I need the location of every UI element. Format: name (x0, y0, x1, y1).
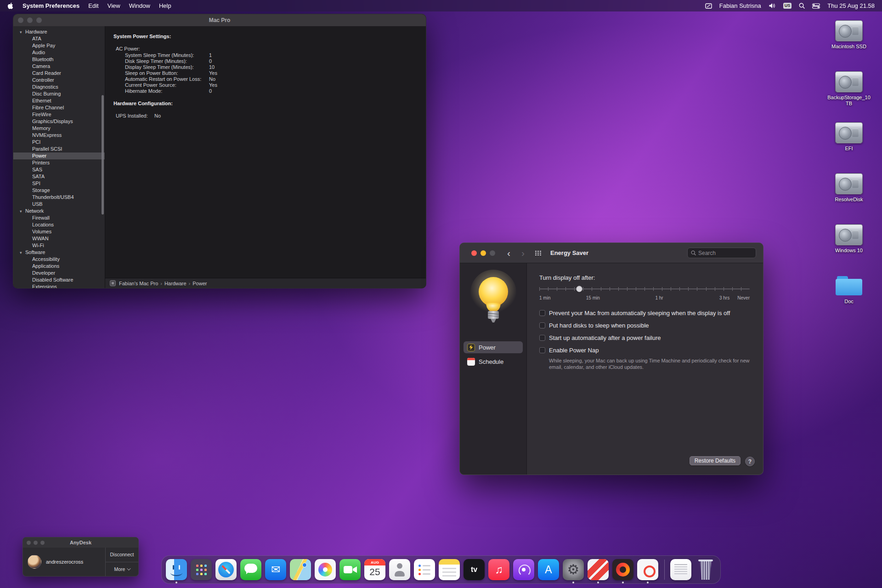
menu-item[interactable]: Window (129, 2, 150, 9)
dock-item-maps[interactable] (290, 559, 311, 580)
dock-item-trash[interactable] (695, 559, 716, 580)
desktop-icon-doc-folder[interactable]: Doc (821, 272, 876, 323)
desktop-icon-macintosh-ssd[interactable]: Macintosh SSD (821, 17, 876, 68)
anydesk-status-icon[interactable] (705, 3, 712, 9)
tree-item[interactable]: ▾Ethernet (13, 97, 105, 104)
tree-item[interactable]: ▾Power (13, 153, 105, 159)
tree-item[interactable]: ▾Volumes (13, 228, 105, 235)
forward-button[interactable]: › (521, 248, 525, 258)
anydesk-titlebar[interactable]: AnyDesk (23, 537, 138, 548)
tree-item[interactable]: ▾Printers (13, 159, 105, 166)
tree-item[interactable]: ▾USB (13, 201, 105, 208)
dock-item-system-preferences[interactable]: ⚙ (563, 559, 584, 580)
tree-item[interactable]: ▾Accessibility (13, 256, 105, 263)
apple-icon[interactable] (7, 2, 14, 10)
restore-defaults-button[interactable]: Restore Defaults (690, 456, 741, 465)
tree-item[interactable]: ▾Fibre Channel (13, 104, 105, 111)
dock-item-photos[interactable] (315, 559, 336, 580)
active-app-menu[interactable]: System Preferences (23, 2, 79, 9)
disconnect-button[interactable]: Disconnect (106, 548, 138, 562)
sidebar-item-schedule[interactable]: Schedule (464, 356, 523, 368)
dock-item-music[interactable]: ♫ (488, 559, 509, 580)
disclosure-triangle-icon[interactable]: ▾ (20, 208, 25, 215)
dock-item-red-app-1[interactable] (588, 559, 609, 580)
dock-item-reminders[interactable] (414, 559, 435, 580)
tree-item[interactable]: ▾FireWire (13, 111, 105, 118)
disclosure-triangle-icon[interactable]: ▾ (20, 29, 25, 36)
dock-item-textedit[interactable] (670, 559, 691, 580)
dock-item-finder[interactable] (166, 559, 187, 580)
dock-item-podcasts[interactable] (513, 559, 534, 580)
tree-item[interactable]: ▾Parallel SCSI (13, 146, 105, 153)
more-button[interactable]: More (106, 562, 138, 577)
slider-thumb[interactable] (576, 286, 582, 292)
tree-item[interactable]: ▾Software (13, 249, 105, 256)
tree-item[interactable]: ▾Storage (13, 187, 105, 194)
close-button[interactable] (18, 17, 23, 23)
slider-track[interactable] (539, 288, 750, 289)
dock-item-calendar[interactable]: AUG 25 (364, 559, 385, 580)
tree-item[interactable]: ▾Applications (13, 263, 105, 270)
menu-user-name[interactable]: Fabian Sutrisna (719, 2, 761, 9)
tree-item[interactable]: ▾Apple Pay (13, 42, 105, 49)
close-button[interactable] (471, 250, 477, 256)
dock-item-contacts[interactable] (389, 559, 410, 580)
tree-item[interactable]: ▾SPI (13, 180, 105, 187)
show-all-grid-icon[interactable] (535, 250, 542, 256)
help-button[interactable]: ? (745, 457, 755, 466)
tree-item[interactable]: ▾Thunderbolt/USB4 (13, 194, 105, 201)
dock-item-red-app-2[interactable] (612, 559, 633, 580)
tree-item[interactable]: ▾Firewall (13, 215, 105, 221)
dock-item-anydesk[interactable] (637, 559, 658, 580)
dock-item-safari[interactable] (215, 559, 237, 580)
dock-item-facetime[interactable] (339, 559, 361, 580)
search-input[interactable]: Search (687, 248, 756, 258)
tree-item[interactable]: ▾Controller (13, 77, 105, 84)
checkbox[interactable] (539, 310, 545, 316)
breadcrumb-item[interactable]: Fabian's Mac Pro (119, 281, 158, 286)
back-button[interactable]: ‹ (507, 248, 510, 258)
desktop-icon-resolvedisk[interactable]: ResolveDisk (821, 170, 876, 221)
tree-item[interactable]: ▾Hardware (13, 28, 105, 35)
system-information-titlebar[interactable]: Mac Pro (13, 14, 426, 26)
spotlight-search-icon[interactable] (799, 3, 805, 9)
tree-item[interactable]: ▾Camera (13, 63, 105, 70)
tree-item[interactable]: ▾Disc Burning (13, 90, 105, 97)
minimize-button[interactable] (27, 17, 33, 23)
dock-item-mail[interactable]: ✉ (265, 559, 286, 580)
desktop-icon-windows-10[interactable]: Windows 10 (821, 221, 876, 272)
minimize-button[interactable] (481, 250, 486, 256)
checkbox[interactable] (539, 335, 545, 341)
menu-clock[interactable]: Thu 25 Aug 21.58 (827, 2, 875, 9)
tree-item[interactable]: ▾Bluetooth (13, 56, 105, 63)
sidebar-scrollbar[interactable] (102, 95, 104, 215)
volume-icon[interactable] (769, 3, 776, 9)
tree-item[interactable]: ▾Locations (13, 221, 105, 228)
tree-item[interactable]: ▾WWAN (13, 235, 105, 242)
dock-item-apple-tv[interactable]: tv (464, 559, 485, 580)
tree-item[interactable]: ▾Memory (13, 125, 105, 132)
tree-item[interactable]: ▾ATA (13, 35, 105, 42)
breadcrumb-item[interactable]: Hardware (164, 281, 187, 286)
desktop-icon-backupstorage-10tb[interactable]: BackupStorage_10 TB (821, 68, 876, 119)
tree-item[interactable]: ▾Graphics/Displays (13, 118, 105, 125)
sidebar-item-power[interactable]: Power (464, 341, 523, 353)
minimize-button[interactable] (34, 541, 38, 545)
breadcrumb-item[interactable]: Power (192, 281, 207, 286)
disclosure-triangle-icon[interactable]: ▾ (20, 249, 25, 256)
keyboard-input-icon[interactable]: US (783, 3, 792, 9)
tree-item[interactable]: ▾PCI (13, 139, 105, 146)
tree-item[interactable]: ▾Extensions (13, 283, 105, 288)
tree-item[interactable]: ▾Diagnostics (13, 84, 105, 90)
energy-saver-titlebar[interactable]: ‹ › Energy Saver Search (460, 243, 763, 263)
zoom-button[interactable] (490, 250, 495, 256)
display-sleep-slider[interactable] (539, 285, 750, 293)
dock-item-messages[interactable] (240, 559, 261, 580)
tree-item[interactable]: ▾Card Reader (13, 70, 105, 77)
tree-item[interactable]: ▾SATA (13, 173, 105, 180)
menu-item[interactable]: Help (159, 2, 171, 9)
dock-item-launchpad[interactable] (191, 559, 212, 580)
zoom-button[interactable] (36, 17, 42, 23)
checkbox[interactable] (539, 322, 545, 328)
tree-item[interactable]: ▾Developer (13, 270, 105, 277)
